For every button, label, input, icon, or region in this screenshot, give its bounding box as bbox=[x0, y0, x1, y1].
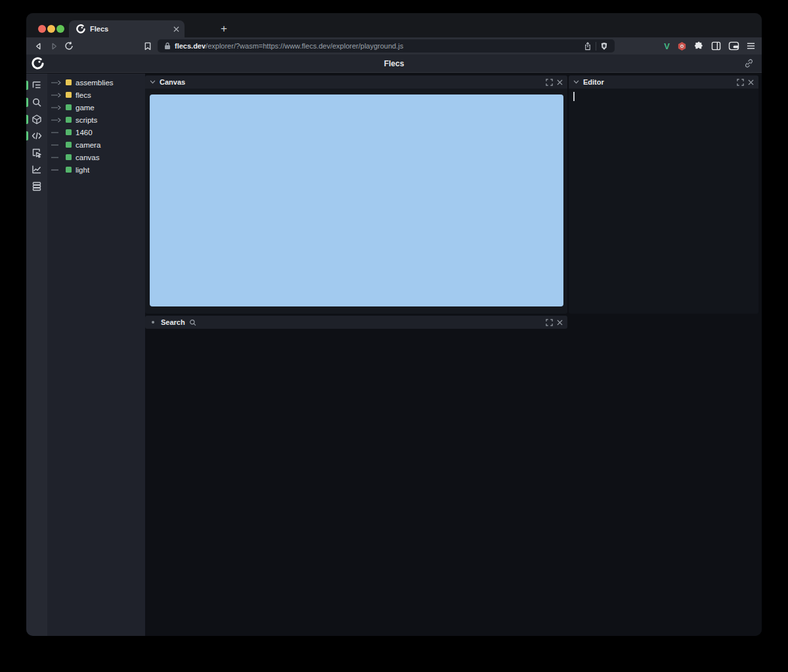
red-hexagon-extension-icon[interactable] bbox=[677, 41, 687, 51]
entity-label: light bbox=[76, 166, 89, 174]
forward-icon[interactable] bbox=[48, 40, 60, 52]
entity-swatch bbox=[66, 167, 72, 173]
active-indicator bbox=[26, 115, 28, 124]
entity-swatch bbox=[66, 117, 72, 123]
entity-label: game bbox=[76, 104, 95, 112]
app-content: assemblies flecs game scripts 1460 bbox=[26, 74, 762, 636]
chevron-down-icon[interactable] bbox=[150, 80, 156, 84]
close-icon[interactable] bbox=[557, 79, 563, 85]
search-icon[interactable] bbox=[32, 97, 42, 108]
entity-swatch bbox=[66, 79, 72, 85]
entity-swatch bbox=[66, 129, 72, 135]
search-icon bbox=[189, 319, 196, 326]
tree-row[interactable]: light bbox=[47, 163, 145, 176]
render-canvas[interactable] bbox=[150, 94, 563, 306]
leaf-connector bbox=[51, 142, 66, 148]
back-icon[interactable] bbox=[32, 40, 44, 52]
brave-shield-icon[interactable] bbox=[600, 42, 608, 51]
traffic-light-minimize[interactable] bbox=[47, 25, 55, 33]
expand-icon[interactable] bbox=[546, 319, 553, 326]
canvas-panel-header[interactable]: Canvas bbox=[145, 75, 567, 89]
tree-row[interactable]: 1460 bbox=[47, 126, 145, 138]
expander-icon[interactable] bbox=[51, 93, 66, 98]
entities-cube-icon[interactable] bbox=[32, 114, 42, 125]
vue-devtools-icon[interactable]: V bbox=[664, 41, 670, 51]
address-bar[interactable]: flecs.dev/explorer/?wasm=https://www.fle… bbox=[158, 39, 615, 52]
lock-icon bbox=[164, 42, 171, 50]
tree-row[interactable]: camera bbox=[47, 138, 145, 151]
panel-title: Search bbox=[161, 318, 185, 326]
entity-swatch bbox=[66, 154, 72, 160]
chevron-down-icon[interactable] bbox=[573, 80, 579, 84]
tree-row[interactable]: scripts bbox=[47, 114, 145, 126]
code-icon[interactable] bbox=[32, 131, 42, 141]
tab-title: Flecs bbox=[90, 25, 169, 33]
app-header: Flecs bbox=[26, 54, 762, 73]
new-tab-button[interactable]: + bbox=[217, 22, 231, 36]
sidebar-toggle-icon[interactable] bbox=[711, 41, 721, 51]
permalink-icon[interactable] bbox=[744, 58, 754, 68]
browser-window: Flecs + flecs.dev/explorer/?wasm=https:/… bbox=[26, 13, 762, 636]
active-indicator bbox=[26, 131, 28, 140]
browser-toolbar: flecs.dev/explorer/?wasm=https://www.fle… bbox=[26, 37, 762, 54]
panel-title: Canvas bbox=[160, 78, 185, 86]
expander-icon[interactable] bbox=[51, 80, 66, 85]
traffic-light-close[interactable] bbox=[38, 25, 46, 33]
entity-label: assemblies bbox=[76, 79, 114, 87]
editor-panel-header[interactable]: Editor bbox=[569, 75, 758, 89]
wallet-icon[interactable] bbox=[728, 41, 739, 51]
inspect-icon[interactable] bbox=[32, 148, 42, 158]
expander-icon[interactable] bbox=[51, 117, 66, 123]
entity-label: camera bbox=[76, 141, 100, 149]
tree-row[interactable]: canvas bbox=[47, 151, 145, 163]
leaf-connector bbox=[51, 130, 66, 135]
active-indicator bbox=[26, 81, 28, 90]
url-domain: flecs.dev bbox=[175, 42, 206, 50]
nav-rail bbox=[26, 74, 47, 636]
divider bbox=[596, 42, 596, 51]
extension-icons: V bbox=[664, 37, 755, 54]
text-caret bbox=[573, 92, 575, 101]
bookmark-icon[interactable] bbox=[142, 40, 154, 52]
tab-bar: Flecs + bbox=[26, 13, 762, 37]
editor-textarea[interactable] bbox=[569, 89, 758, 314]
panel-title: Editor bbox=[583, 78, 604, 86]
tree-view-icon[interactable] bbox=[32, 80, 42, 91]
menu-icon[interactable] bbox=[747, 42, 755, 50]
url-text: flecs.dev/explorer/?wasm=https://www.fle… bbox=[175, 42, 580, 50]
entity-swatch bbox=[66, 142, 72, 148]
search-panel: Search bbox=[145, 316, 567, 329]
close-icon[interactable] bbox=[748, 79, 754, 85]
traffic-light-zoom[interactable] bbox=[56, 25, 64, 33]
entity-tree: assemblies flecs game scripts 1460 bbox=[47, 74, 145, 636]
browser-tab[interactable]: Flecs bbox=[69, 20, 185, 37]
stats-chart-icon[interactable] bbox=[32, 164, 42, 175]
extensions-puzzle-icon[interactable] bbox=[694, 41, 704, 51]
main-area: Canvas Search bbox=[145, 74, 762, 636]
collapsed-dot-icon bbox=[152, 321, 154, 324]
entity-label: 1460 bbox=[76, 129, 93, 136]
leaf-connector bbox=[51, 167, 66, 173]
reload-icon[interactable] bbox=[63, 40, 75, 52]
share-icon[interactable] bbox=[584, 42, 592, 51]
entity-label: canvas bbox=[76, 154, 99, 161]
expand-icon[interactable] bbox=[737, 79, 744, 86]
editor-panel: Editor bbox=[569, 75, 758, 314]
data-stack-icon[interactable] bbox=[32, 181, 42, 192]
tab-close-icon[interactable] bbox=[173, 26, 179, 32]
tree-row[interactable]: flecs bbox=[47, 89, 145, 101]
entity-swatch bbox=[66, 104, 72, 110]
tree-row[interactable]: assemblies bbox=[47, 76, 145, 89]
expand-icon[interactable] bbox=[546, 79, 553, 86]
url-path: /explorer/?wasm=https://www.flecs.dev/ex… bbox=[206, 42, 403, 50]
tree-row[interactable]: game bbox=[47, 101, 145, 114]
app-title: Flecs bbox=[26, 54, 762, 73]
leaf-connector bbox=[51, 155, 66, 160]
active-indicator bbox=[26, 98, 28, 107]
close-icon[interactable] bbox=[557, 320, 563, 326]
entity-swatch bbox=[66, 92, 72, 98]
expander-icon[interactable] bbox=[51, 105, 66, 110]
canvas-panel: Canvas bbox=[145, 75, 567, 314]
search-panel-header[interactable]: Search bbox=[145, 316, 567, 329]
entity-label: scripts bbox=[76, 116, 97, 124]
